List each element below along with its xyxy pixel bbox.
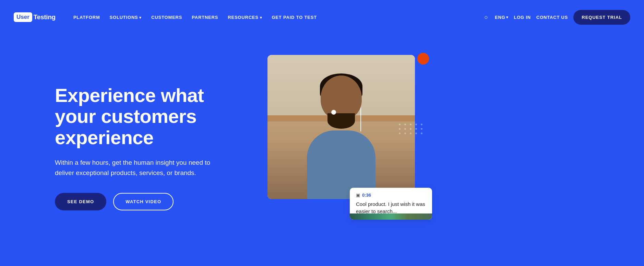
search-icon[interactable]: ○ [483,12,489,22]
navbar: User Testing PLATFORM SOLUTIONS CUSTOMER… [0,0,644,34]
request-trial-button[interactable]: REQUEST TRIAL [573,10,630,25]
video-icon: ▣ [356,193,360,198]
login-link[interactable]: LOG IN [514,15,531,20]
hero-buttons: SEE DEMO WATCH VIDEO [55,193,247,210]
hero-section: Experience what your customers experienc… [0,34,644,257]
hero-text: Experience what your customers experienc… [55,78,247,211]
contact-link[interactable]: CONTACT US [536,15,568,20]
logo[interactable]: User Testing [14,12,56,22]
hero-subtitle: Within a few hours, get the human insigh… [55,158,213,178]
nav-platform[interactable]: PLATFORM [69,12,104,23]
logo-user-text: User [16,14,29,20]
nav-links: PLATFORM SOLUTIONS CUSTOMERS PARTNERS RE… [69,12,483,23]
nav-right: ○ ENG LOG IN CONTACT US REQUEST TRIAL [483,10,630,25]
see-demo-button[interactable]: SEE DEMO [55,193,106,210]
nav-get-paid[interactable]: GET PAID TO TEST [267,12,321,23]
nav-partners[interactable]: PARTNERS [188,12,222,23]
nav-solutions[interactable]: SOLUTIONS [106,12,146,23]
nav-resources[interactable]: RESOURCES [224,12,266,23]
dots-decoration [399,124,424,134]
person-photo [267,55,415,199]
caption-card: ▣ 0:36 Cool product. I just wish it was … [350,188,432,220]
person-silhouette [293,69,389,199]
recording-indicator [416,51,430,66]
hero-title: Experience what your customers experienc… [55,85,247,148]
logo-box: User [14,12,32,22]
logo-testing-text: Testing [34,13,56,21]
language-selector[interactable]: ENG [495,15,508,20]
caption-time: 0:36 [362,193,371,198]
caption-bottom-bar [350,213,432,220]
caption-text: Cool product. I just wish it was easier … [356,200,426,215]
hero-image-area: ▣ 0:36 Cool product. I just wish it was … [267,55,425,233]
watch-video-button[interactable]: WATCH VIDEO [113,193,174,210]
nav-customers[interactable]: CUSTOMERS [147,12,186,23]
